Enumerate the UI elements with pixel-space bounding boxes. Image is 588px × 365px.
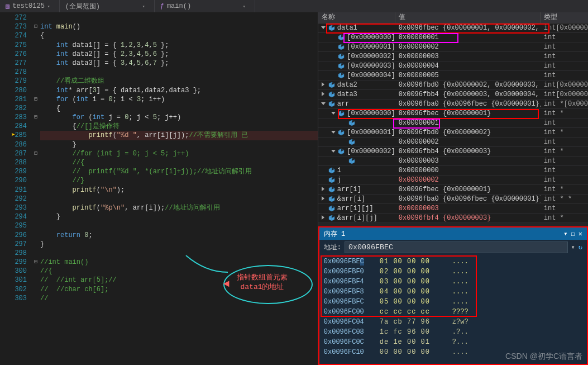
- watch-header-value[interactable]: 值: [395, 12, 541, 23]
- watch-row[interactable]: &arr[i][j]0x0096fbf4 {0x00000003}int *: [318, 214, 588, 223]
- chevron-down-icon[interactable]: ▾: [142, 4, 149, 9]
- memory-address-row: 地址: ▾ ↻: [319, 240, 587, 254]
- watch-row[interactable]: [0x00000002]0x0096fbb4 {0x00000003}int *: [318, 147, 588, 157]
- watch-row[interactable]: 0x00000002int: [318, 138, 588, 147]
- watch-header-type[interactable]: 类型: [541, 12, 588, 23]
- refresh-icon[interactable]: ↻: [579, 243, 582, 252]
- watch-row[interactable]: [0x00000001]0x0096fbd0 {0x00000002}int *: [318, 128, 588, 138]
- top-tabs: ▧ test0125 ▾ (全局范围) ▾ ƒ main() ▾: [0, 0, 588, 12]
- cpp-icon: ▧: [6, 2, 9, 11]
- line-number-gutter: 2722732742752762772782792802812822832842…: [0, 12, 31, 365]
- memory-row[interactable]: 0x0096FBF403 00 00 00....: [324, 277, 582, 287]
- function-label: main(): [167, 2, 191, 10]
- memory-title-text: 内存 1: [324, 229, 345, 239]
- scope-tab[interactable]: (全局范围) ▾: [60, 0, 155, 12]
- watch-row[interactable]: 0x00000003int: [318, 157, 588, 166]
- watch-row[interactable]: [0x00000003]0x00000004int: [318, 61, 588, 71]
- code-area[interactable]: int main(){ int data1[] = { 1,2,3,4,5 };…: [40, 12, 318, 365]
- watch-row[interactable]: [0x00000004]0x00000005int: [318, 71, 588, 80]
- watch-row[interactable]: [0x00000001]0x00000002int: [318, 42, 588, 52]
- watch-row[interactable]: data30x0096fbb4 {0x00000003, 0x00000004,…: [318, 90, 588, 99]
- memory-row[interactable]: 0x0096FC0Cde 1e 00 01?...: [324, 337, 582, 347]
- memory-row[interactable]: 0x0096FBF002 00 00 00....: [324, 267, 582, 277]
- function-tab[interactable]: ƒ main() ▾: [155, 0, 255, 12]
- watch-row[interactable]: arr0x0096fba0 {0x0096fbec {0x00000001}, …: [318, 99, 588, 109]
- memory-row[interactable]: 0x0096FBFC05 00 00 00....: [324, 297, 582, 307]
- close-icon[interactable]: ✕: [579, 230, 582, 238]
- file-tab-label: test0125: [12, 2, 45, 10]
- watch-row[interactable]: 0x00000001int: [318, 118, 588, 128]
- watch-header-name[interactable]: 名称: [318, 12, 395, 23]
- scope-label: (全局范围): [65, 2, 100, 11]
- watch-row[interactable]: [0x00000000]0x00000001int: [318, 33, 588, 42]
- memory-row[interactable]: 0x0096FC047a cb 77 96z?w?: [324, 317, 582, 327]
- memory-row[interactable]: 0x0096FBF804 00 00 00....: [324, 287, 582, 297]
- memory-panel: 内存 1 ▾ ☐ ✕ 地址: ▾ ↻ 0x0096FBEC01 00 00 00…: [318, 226, 588, 365]
- watch-row[interactable]: data20x0096fbd0 {0x00000002, 0x00000003,…: [318, 80, 588, 90]
- chevron-down-icon[interactable]: ▾: [47, 4, 54, 9]
- watch-row[interactable]: j0x00000002int: [318, 176, 588, 185]
- memory-body[interactable]: 0x0096FBEC01 00 00 00....0x0096FBF002 00…: [319, 254, 587, 364]
- watermark: CSDN @初学C语言者: [505, 352, 582, 362]
- watch-row[interactable]: arr[i][j]0x00000003int: [318, 204, 588, 214]
- code-editor[interactable]: 2722732742752762772782792802812822832842…: [0, 12, 318, 365]
- watch-row[interactable]: &arr[i]0x0096fba0 {0x0096fbec {0x0000000…: [318, 195, 588, 204]
- memory-row[interactable]: 0x0096FC00cc cc cc cc????: [324, 307, 582, 317]
- window-icon[interactable]: ☐: [571, 230, 575, 238]
- annotation-text: 指针数组首元素 data1的地址: [237, 273, 288, 292]
- fold-column[interactable]: ⊟⊟⊟⊟⊟: [31, 12, 40, 365]
- memory-row[interactable]: 0x0096FBEC01 00 00 00....: [324, 257, 582, 267]
- memory-row[interactable]: 0x0096FC081c fc 96 00.?..: [324, 327, 582, 337]
- annotation-arrow: ◄: [223, 278, 230, 290]
- watch-row[interactable]: [0x00000002]0x00000003int: [318, 52, 588, 61]
- watch-row[interactable]: data10x0096fbec {0x00000001, 0x00000002,…: [318, 23, 588, 33]
- watch-header: 名称 值 类型: [318, 12, 588, 23]
- dropdown-icon[interactable]: ▾: [571, 243, 575, 252]
- memory-addr-label: 地址:: [324, 243, 341, 252]
- watch-body[interactable]: data10x0096fbec {0x00000001, 0x00000002,…: [318, 23, 588, 223]
- file-tab[interactable]: ▧ test0125 ▾: [0, 0, 60, 12]
- watch-row[interactable]: [0x00000000]0x0096fbec {0x00000001}int *: [318, 109, 588, 118]
- chevron-down-icon[interactable]: ▾: [243, 4, 249, 9]
- watch-row[interactable]: arr[i]0x0096fbec {0x00000001}int *: [318, 185, 588, 195]
- watch-row[interactable]: i0x00000000int: [318, 166, 588, 176]
- function-icon: ƒ: [160, 2, 164, 10]
- memory-addr-input[interactable]: [345, 241, 568, 253]
- memory-titlebar[interactable]: 内存 1 ▾ ☐ ✕: [319, 227, 587, 240]
- dropdown-icon[interactable]: ▾: [563, 230, 567, 238]
